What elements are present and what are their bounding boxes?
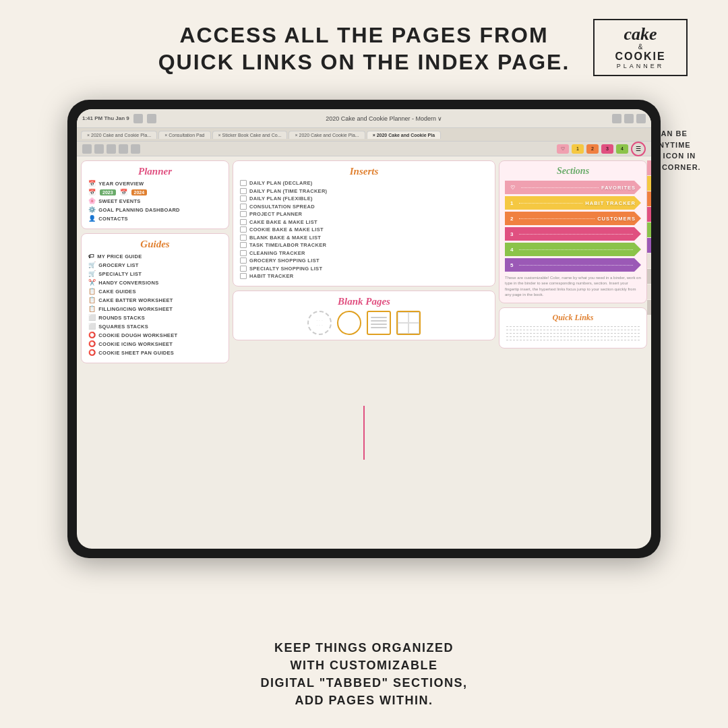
insert-icon-8 <box>240 235 247 241</box>
edge-tab-7[interactable] <box>647 269 651 284</box>
inserts-box: Inserts Daily Plan (Declare) Daily Plan … <box>233 160 495 286</box>
browser-title[interactable]: 2020 Cake and Cookie Planner - Modern ∨ <box>160 115 608 122</box>
planner-year-overview[interactable]: 📅 Year Overview <box>88 180 222 187</box>
arrow-tab-3[interactable]: 3 <box>505 227 641 241</box>
insert-daily-time[interactable]: Daily Plan (Time Tracker) <box>240 188 488 194</box>
guides-box: Guides 🏷My Price Guide 🛒Grocery List 🛒Sp… <box>81 233 229 363</box>
search-btn[interactable] <box>107 144 116 154</box>
guide-conversions[interactable]: ✂️Handy Conversions <box>88 279 222 286</box>
back-btn[interactable] <box>82 144 92 154</box>
arrow-tab-5[interactable]: 5 <box>505 258 641 272</box>
edge-tab-8[interactable] <box>647 284 651 299</box>
insert-consultation[interactable]: Consultation Spread <box>240 204 488 210</box>
guide-squares-stacks[interactable]: ⬜Squares Stacks <box>88 323 222 330</box>
grid-cell-2 <box>408 312 419 323</box>
grid-cell-4 <box>408 323 419 334</box>
edge-tab-fav[interactable] <box>647 160 651 175</box>
section-3[interactable]: 3 <box>601 144 613 154</box>
insert-cake-bake[interactable]: Cake Bake & Make List <box>240 219 488 225</box>
planner-sweet-events[interactable]: 🌸 Sweet Events <box>88 198 222 204</box>
insert-daily-flexible[interactable]: Daily Plan (Flexible) <box>240 195 488 202</box>
guide-cookie-pan[interactable]: ⭕Cookie Sheet Pan Guides <box>88 349 222 356</box>
section-heart[interactable]: ♡ <box>557 144 569 154</box>
guide-price[interactable]: 🏷My Price Guide <box>88 253 222 260</box>
insert-icon-4 <box>240 204 247 210</box>
bookmark-btn[interactable] <box>119 144 128 154</box>
tab-2[interactable]: × Consultation Pad <box>158 131 210 139</box>
section-1[interactable]: 1 <box>572 144 584 154</box>
edge-tabs <box>647 160 651 315</box>
guide-cake-guides[interactable]: 📋Cake Guides <box>88 288 222 295</box>
insert-habit[interactable]: Habit Tracker <box>240 273 488 279</box>
guide-filling-icing[interactable]: 📋Filling/Icing Worksheet <box>88 305 222 312</box>
mid-column: Inserts Daily Plan (Declare) Daily Plan … <box>233 160 495 545</box>
bottom-note-1: KEEP THINGS ORGANIZED <box>0 639 728 657</box>
bookmark-icon[interactable] <box>624 114 634 123</box>
edge-tab-6[interactable] <box>647 253 651 268</box>
edge-tab-4[interactable] <box>647 222 651 237</box>
arrow-favorites: ♡ Favorites <box>505 181 641 194</box>
edge-tab-9[interactable] <box>647 300 651 315</box>
insert-icon-6 <box>240 219 247 225</box>
section-4[interactable]: 4 <box>616 144 628 154</box>
blank-icons-row: · · ·· · · <box>240 311 488 335</box>
arrow-tab-4[interactable]: 4 <box>505 243 641 256</box>
share-btn[interactable] <box>131 144 140 154</box>
main-content: Planner 📅 Year Overview 📅 2023 📅 2024 🌸 … <box>77 156 651 549</box>
arrow-tab-customers[interactable]: 2 Customers <box>505 212 641 225</box>
tablet-screen: 1:41 PM Thu Jan 9 2020 Cake and Cookie P… <box>77 109 651 549</box>
tab-4[interactable]: × 2020 Cake and Cookie Pla... <box>289 131 365 139</box>
insert-project[interactable]: Project Planner <box>240 211 488 217</box>
edge-tab-3[interactable] <box>647 207 651 222</box>
guide-grocery[interactable]: 🛒Grocery List <box>88 262 222 268</box>
blank-dotted-icon[interactable]: · · ·· · · <box>307 311 332 335</box>
guide-specialty[interactable]: 🛒Specialty List <box>88 270 222 277</box>
bottom-note: KEEP THINGS ORGANIZED WITH CUSTOMIZABLE … <box>0 639 728 709</box>
insert-blank-bake[interactable]: Blank Bake & Make List <box>240 235 488 241</box>
insert-icon-7 <box>240 226 247 233</box>
insert-grocery-shopping[interactable]: Grocery Shopping List <box>240 257 488 264</box>
guide-cake-batter[interactable]: 📋Cake Batter Worksheet <box>88 297 222 303</box>
forward-btn[interactable] <box>94 144 104 154</box>
blank-grid-icon[interactable] <box>396 311 421 335</box>
edge-tab-5[interactable] <box>647 238 651 253</box>
insert-daily-declare[interactable]: Daily Plan (Declare) <box>240 180 488 186</box>
section-2[interactable]: 2 <box>586 144 599 154</box>
more-icon[interactable] <box>636 114 646 123</box>
edge-tab-1[interactable] <box>647 176 651 191</box>
sections-title: Sections <box>505 166 641 177</box>
blank-lines-icon[interactable] <box>367 311 391 335</box>
insert-specialty-shopping[interactable]: Specialty Shopping List <box>240 266 488 272</box>
browser-icons <box>612 114 646 123</box>
header-title-line2: QUICK LINKS ON THE INDEX PAGE. <box>0 49 728 75</box>
share-icon[interactable] <box>612 114 621 123</box>
right-column: Sections ♡ Favorites 1 Habit T <box>499 160 647 545</box>
edge-tab-2[interactable] <box>647 191 651 206</box>
insert-icon-9 <box>240 242 247 248</box>
arrow-5: 5 <box>505 258 641 272</box>
planner-goal-dashboard[interactable]: ⚙️ Goal Planning Dashboard <box>88 206 222 213</box>
tabs-bar: × 2020 Cake and Cookie Pla... × Consulta… <box>77 128 651 142</box>
insert-icon-2 <box>240 188 247 194</box>
arrow-tab-favorites[interactable]: ♡ Favorites <box>505 181 641 194</box>
planner-contacts[interactable]: 👤 Contacts <box>88 215 222 222</box>
guide-cookie-dough[interactable]: ⭕Cookie Dough Worksheet <box>88 332 222 338</box>
grid-cell-1 <box>398 312 408 323</box>
insert-cookie-bake[interactable]: Cookie Bake & Make List <box>240 226 488 233</box>
guides-title: Guides <box>88 239 222 250</box>
tab-1[interactable]: × 2020 Cake and Cookie Pla... <box>81 131 157 139</box>
guide-rounds-stacks[interactable]: ⬜Rounds Stacks <box>88 314 222 321</box>
toolbar: ♡ 1 2 3 4 ☰ <box>77 142 651 156</box>
menu-highlight[interactable]: ☰ <box>631 142 646 156</box>
tab-5[interactable]: × 2020 Cake and Cookie Pla <box>367 131 441 139</box>
guide-cookie-icing[interactable]: ⭕Cookie Icing Worksheet <box>88 340 222 347</box>
sections-box: Sections ♡ Favorites 1 Habit T <box>499 160 647 303</box>
blank-circle-icon[interactable] <box>337 311 361 335</box>
tab-3[interactable]: × Sticker Book Cake and Co... <box>212 131 288 139</box>
arrow-tab-habit[interactable]: 1 Habit Tracker <box>505 196 641 210</box>
insert-task-time[interactable]: Task Time/Labor Tracker <box>240 242 488 248</box>
insert-cleaning[interactable]: Cleaning Tracker <box>240 250 488 256</box>
blank-pages-box: Blank Pages · · ·· · · <box>233 291 495 340</box>
planner-box: Planner 📅 Year Overview 📅 2023 📅 2024 🌸 … <box>81 160 229 229</box>
insert-icon-12 <box>240 266 247 272</box>
